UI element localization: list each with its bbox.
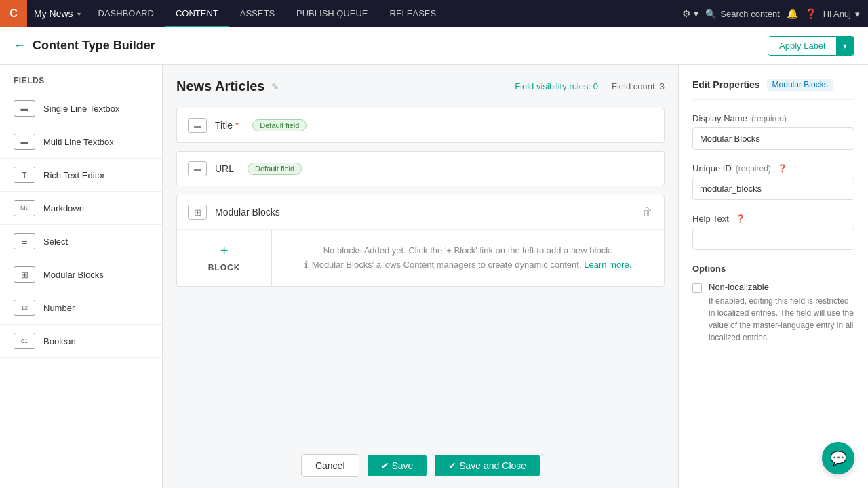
sidebar-item-single-line[interactable]: ▬ Single Line Textbox [0, 92, 162, 125]
title-field-row: ▬ Title * Default field [176, 108, 665, 143]
user-menu[interactable]: Hi Anuj ▾ [823, 9, 860, 19]
help-text-label: Help Text ❓ [692, 214, 854, 224]
block-label: BLOCK [208, 263, 241, 272]
help-icon[interactable]: ❓ [805, 8, 816, 19]
non-localizable-checkbox[interactable] [692, 283, 702, 293]
sidebar-item-number[interactable]: 12 Number [0, 291, 162, 325]
visibility-rules[interactable]: Field visibility rules: 0 [515, 81, 598, 92]
title-required: * [233, 120, 239, 131]
sidebar-item-select[interactable]: ☰ Select [0, 225, 162, 258]
sidebar-item-rich-text[interactable]: T Rich Text Editor [0, 159, 162, 192]
title-row: News Articles ✎ [176, 79, 279, 94]
title-field-icon: ▬ [188, 118, 207, 133]
learn-more-link[interactable]: Learn more. [584, 260, 631, 270]
modular-blocks-header: ⊞ Modular Blocks 🗑 [177, 195, 664, 230]
modular-blocks-field-name: Modular Blocks [215, 207, 280, 218]
unique-id-label: Unique ID (required) ❓ [692, 163, 854, 174]
subheader-left: ← Content Type Builder [14, 39, 155, 53]
search-label: Search content [720, 9, 779, 19]
gear-icon: ⚙ [682, 8, 691, 19]
url-field-row: ▬ URL Default field [176, 151, 665, 186]
settings-area[interactable]: ⚙ ▾ [682, 8, 698, 19]
topnav-right: ⚙ ▾ 🔍 Search content 🔔 ❓ Hi Anuj ▾ [682, 8, 868, 19]
back-button[interactable]: ← [14, 39, 26, 53]
nav-assets[interactable]: ASSETS [229, 0, 285, 27]
sidebar-item-label: Boolean [43, 336, 76, 346]
delete-modular-blocks-button[interactable]: 🗑 [642, 206, 653, 218]
topnav: C My News ▾ DASHBOARD CONTENT ASSETS PUB… [0, 0, 868, 27]
cancel-button[interactable]: Cancel [301, 454, 359, 477]
main-layout: Fields ▬ Single Line Textbox ▬ Multi Lin… [0, 65, 868, 488]
brand-name[interactable]: My News ▾ [27, 8, 87, 19]
modular-blocks-icon: ⊞ [14, 266, 35, 283]
edit-title-icon[interactable]: ✎ [271, 81, 279, 92]
topnav-links: DASHBOARD CONTENT ASSETS PUBLISH QUEUE R… [87, 0, 683, 27]
options-title: Options [692, 264, 854, 274]
save-close-button[interactable]: ✔ Save and Close [435, 455, 540, 476]
sidebar-header: Fields [0, 65, 162, 92]
apply-label-chevron: ▾ [836, 37, 854, 55]
sidebar-item-label: Multi Line Textbox [43, 137, 114, 147]
unique-id-input[interactable] [692, 178, 854, 200]
right-panel: Edit Properties Modular Blocks Display N… [678, 65, 868, 488]
sidebar-item-label: Rich Text Editor [43, 170, 105, 180]
markdown-icon: M↓ [14, 200, 35, 216]
sidebar-item-label: Markdown [43, 203, 84, 214]
nav-dashboard[interactable]: DASHBOARD [87, 0, 165, 27]
save-button[interactable]: ✔ Save [368, 455, 427, 476]
boolean-icon: 01 [14, 333, 35, 349]
help-text-help-icon: ❓ [736, 214, 745, 223]
modular-blocks-field-row: ⊞ Modular Blocks 🗑 + BLOCK No blocks Add… [176, 195, 665, 287]
url-default-badge: Default field [248, 163, 302, 175]
header-stats: Field visibility rules: 0 Field count: 3 [515, 81, 665, 92]
center-footer: Cancel ✔ Save ✔ Save and Close [163, 443, 678, 488]
help-text-section: Help Text ❓ [692, 214, 854, 250]
modular-blocks-field-icon: ⊞ [188, 205, 207, 220]
sidebar-item-multi-line[interactable]: ▬ Multi Line Textbox [0, 125, 162, 159]
add-block-button[interactable]: + BLOCK [177, 230, 272, 286]
fields-sidebar: Fields ▬ Single Line Textbox ▬ Multi Lin… [0, 65, 163, 488]
search-icon: 🔍 [705, 9, 716, 19]
search-area[interactable]: 🔍 Search content [705, 9, 779, 19]
title-field-name: Title * [215, 120, 239, 131]
display-name-label: Display Name (required) [692, 113, 854, 123]
subheader: ← Content Type Builder Apply Label ▾ [0, 27, 868, 65]
non-localizable-desc: If enabled, editing this field is restri… [709, 295, 854, 344]
sidebar-item-modular-blocks[interactable]: ⊞ Modular Blocks [0, 258, 162, 291]
non-localizable-option: Non-localizable If enabled, editing this… [692, 282, 854, 344]
user-chevron: ▾ [855, 9, 860, 19]
field-count: Field count: 3 [612, 81, 665, 92]
content-type-title: News Articles [176, 79, 264, 94]
chat-button[interactable]: 💬 [822, 442, 854, 474]
options-section: Options Non-localizable If enabled, edit… [692, 264, 854, 344]
nav-content[interactable]: CONTENT [165, 0, 229, 27]
help-text-input[interactable] [692, 228, 854, 250]
blocks-info-msg: ℹ 'Modular Blocks' allows Content manage… [304, 258, 632, 272]
title-default-badge: Default field [252, 119, 307, 131]
unique-id-help-icon: ❓ [778, 164, 787, 173]
blocks-empty-state: No blocks Added yet. Click the '+ Block'… [272, 230, 664, 286]
notifications-icon[interactable]: 🔔 [787, 8, 798, 19]
unique-id-section: Unique ID (required) ❓ [692, 163, 854, 200]
user-label: Hi Anuj [823, 9, 851, 19]
display-name-input[interactable] [692, 127, 854, 150]
single-line-icon: ▬ [14, 100, 35, 117]
brand-text: My News [34, 8, 73, 19]
center-inner: News Articles ✎ Field visibility rules: … [163, 65, 678, 443]
non-localizable-label: Non-localizable [709, 282, 854, 292]
content-type-header: News Articles ✎ Field visibility rules: … [176, 79, 665, 94]
sidebar-item-label: Modular Blocks [43, 270, 104, 280]
nav-publish-queue[interactable]: PUBLISH QUEUE [285, 0, 378, 27]
page-title: Content Type Builder [33, 39, 155, 53]
nav-releases[interactable]: RELEASES [379, 0, 448, 27]
blocks-empty-msg: No blocks Added yet. Click the '+ Block'… [323, 244, 613, 258]
display-name-section: Display Name (required) [692, 113, 854, 150]
sidebar-item-markdown[interactable]: M↓ Markdown [0, 192, 162, 225]
center-panel: News Articles ✎ Field visibility rules: … [163, 65, 678, 488]
apply-label-button[interactable]: Apply Label ▾ [768, 36, 854, 56]
edit-props-title: Edit Properties [692, 79, 760, 90]
url-field-name: URL [215, 163, 234, 174]
sidebar-item-boolean[interactable]: 01 Boolean [0, 325, 162, 358]
sidebar-item-label: Number [43, 303, 75, 313]
plus-icon: + [220, 243, 229, 259]
